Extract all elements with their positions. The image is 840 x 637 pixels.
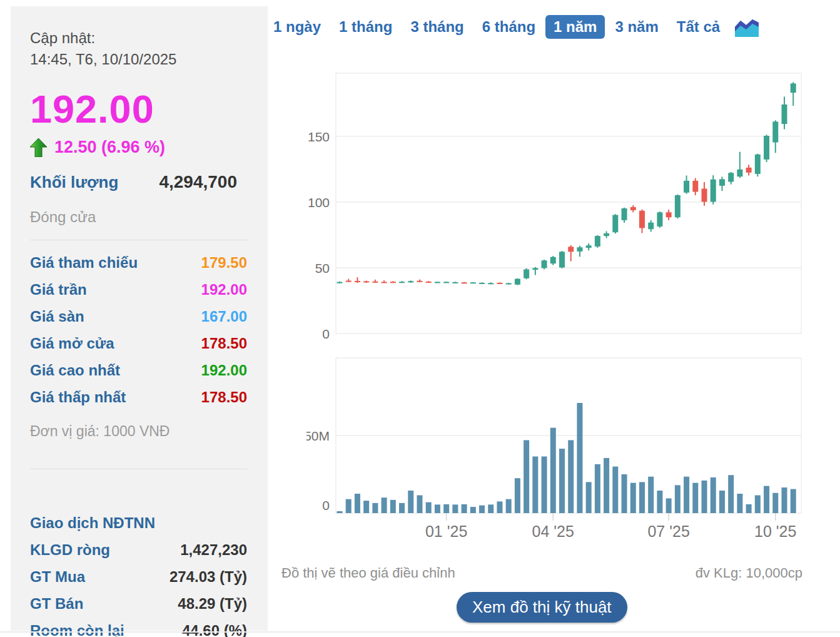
svg-text:0: 0 [322, 327, 330, 339]
svg-text:01 '25: 01 '25 [425, 522, 467, 540]
timeframe-tabbar: 1 ngày 1 tháng 3 tháng 6 tháng 1 năm 3 n… [265, 15, 759, 39]
table-row: Giá mở cửa 178.50 [30, 330, 247, 357]
foreign-trading-title: Giao dịch NĐTNN [30, 509, 247, 536]
update-time: Cập nhật: 14:45, T6, 10/10/2025 [30, 28, 247, 70]
table-row: Giá cao nhất 192.00 [30, 357, 247, 384]
volume-row: Khối lượng 4,294,700 [30, 172, 247, 192]
svg-text:50: 50 [315, 261, 330, 275]
tab-tat-ca[interactable]: Tất cả [669, 15, 728, 39]
table-row: Room còn lại 44.60 (%) [30, 617, 247, 637]
svg-text:10 '25: 10 '25 [754, 522, 796, 540]
table-row: GT Bán 48.29 (Tỷ) [30, 590, 247, 617]
tab-3-nam[interactable]: 3 năm [607, 15, 666, 39]
svg-text:0: 0 [322, 498, 330, 512]
table-row: Giá trần 192.00 [30, 276, 247, 303]
tab-1-ngay[interactable]: 1 ngày [265, 15, 329, 39]
svg-text:07 '25: 07 '25 [647, 522, 689, 540]
adjusted-price-note: Đồ thị vẽ theo giá điều chỉnh [281, 565, 455, 581]
price-change-value: 12.50 (6.96 %) [54, 138, 165, 157]
tab-1-thang[interactable]: 1 tháng [331, 15, 400, 39]
svg-text:100: 100 [308, 195, 330, 210]
volume-bar-chart: 050M01 '2504 '2507 '2510 '25 [306, 352, 807, 559]
volume-value: 4,294,700 [159, 172, 237, 192]
price-unit-note: Đơn vị giá: 1000 VNĐ [30, 423, 247, 440]
table-row: KLGD ròng 1,427,230 [30, 536, 247, 563]
update-timestamp: 14:45, T6, 10/10/2025 [30, 49, 247, 70]
last-price: 192.00 [30, 86, 247, 131]
volume-unit-note: đv KLg: 10,000cp [696, 565, 802, 581]
price-change-row: 12.50 (6.96 %) [30, 138, 247, 157]
foreign-trading-rows: KLGD ròng 1,427,230 GT Mua 274.03 (Tỷ) G… [30, 536, 247, 637]
area-chart-icon[interactable] [735, 16, 759, 38]
price-up-arrow-icon [30, 138, 47, 157]
stock-quote-page: Cập nhật: 14:45, T6, 10/10/2025 192.00 [0, 0, 840, 637]
table-row: Giá tham chiếu 179.50 [30, 249, 247, 276]
price-candlestick-chart: 050100150 [306, 69, 807, 339]
svg-text:150: 150 [308, 130, 330, 144]
stock-summary-panel: Cập nhật: 14:45, T6, 10/10/2025 192.00 [11, 6, 268, 631]
session-status: Đóng cửa [30, 208, 247, 226]
table-row: GT Mua 274.03 (Tỷ) [30, 563, 247, 590]
tab-6-thang[interactable]: 6 tháng [474, 15, 544, 39]
divider [30, 469, 247, 469]
volume-label: Khối lượng [30, 173, 118, 192]
divider [30, 240, 247, 240]
divider [0, 631, 840, 633]
svg-text:04 '25: 04 '25 [532, 522, 574, 540]
table-row: Giá sàn 167.00 [30, 303, 247, 330]
update-label: Cập nhật: [30, 28, 247, 49]
svg-text:50M: 50M [306, 429, 330, 443]
technical-chart-button[interactable]: Xem đồ thị kỹ thuật [457, 592, 627, 623]
tab-1-nam[interactable]: 1 năm [545, 15, 605, 39]
table-row: Giá thấp nhất 178.50 [30, 384, 247, 410]
tab-3-thang[interactable]: 3 tháng [402, 15, 472, 39]
price-detail-rows: Giá tham chiếu 179.50 Giá trần 192.00 Gi… [30, 249, 247, 410]
